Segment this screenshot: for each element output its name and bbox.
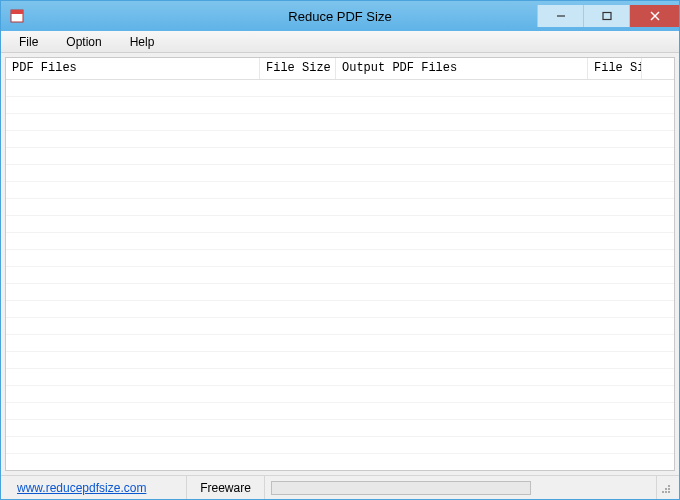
window-controls: [537, 5, 679, 27]
window-title: Reduce PDF Size: [288, 9, 391, 24]
menubar: File Option Help: [1, 31, 679, 53]
table-row: [6, 131, 674, 148]
table-row: [6, 420, 674, 437]
svg-point-9: [662, 491, 664, 493]
svg-point-8: [668, 488, 670, 490]
svg-point-6: [668, 491, 670, 493]
app-icon: [9, 8, 25, 24]
svg-point-7: [665, 491, 667, 493]
column-spacer: [642, 58, 674, 79]
statusbar: www.reducepdfsize.com Freeware: [1, 475, 679, 499]
column-pdf-files[interactable]: PDF Files: [6, 58, 260, 79]
table-row: [6, 250, 674, 267]
svg-rect-3: [603, 13, 611, 20]
progress-bar: [271, 481, 531, 495]
table-row: [6, 284, 674, 301]
table-row: [6, 199, 674, 216]
svg-point-10: [665, 488, 667, 490]
table-row: [6, 216, 674, 233]
table-row: [6, 437, 674, 454]
column-output-pdf-files[interactable]: Output PDF Files: [336, 58, 588, 79]
menu-option[interactable]: Option: [54, 33, 113, 51]
table-row: [6, 148, 674, 165]
svg-point-11: [668, 485, 670, 487]
table-row: [6, 352, 674, 369]
table-row: [6, 454, 674, 470]
menu-help[interactable]: Help: [118, 33, 167, 51]
table-header: PDF Files File Size Output PDF Files Fil…: [6, 58, 674, 80]
table-row: [6, 369, 674, 386]
table-row: [6, 114, 674, 131]
column-file-size[interactable]: File Size: [260, 58, 336, 79]
close-button[interactable]: [629, 5, 679, 27]
table-row: [6, 318, 674, 335]
table-row: [6, 267, 674, 284]
table-row: [6, 80, 674, 97]
titlebar[interactable]: Reduce PDF Size: [1, 1, 679, 31]
table-row: [6, 403, 674, 420]
table-body[interactable]: [6, 80, 674, 470]
table-row: [6, 182, 674, 199]
svg-rect-1: [11, 10, 23, 14]
app-window: Reduce PDF Size File Option Help PDF Fil…: [0, 0, 680, 500]
table-row: [6, 165, 674, 182]
table-row: [6, 301, 674, 318]
table-row: [6, 97, 674, 114]
license-label: Freeware: [187, 476, 265, 499]
website-link[interactable]: www.reducepdfsize.com: [17, 481, 146, 495]
column-output-file-size[interactable]: File Size: [588, 58, 642, 79]
maximize-button[interactable]: [583, 5, 629, 27]
table-row: [6, 335, 674, 352]
content-area: PDF Files File Size Output PDF Files Fil…: [5, 57, 675, 471]
table-row: [6, 386, 674, 403]
status-progress-cell: [265, 476, 657, 499]
status-link-cell: www.reducepdfsize.com: [7, 476, 187, 499]
minimize-button[interactable]: [537, 5, 583, 27]
resize-grip-icon[interactable]: [657, 480, 673, 496]
menu-file[interactable]: File: [7, 33, 50, 51]
table-row: [6, 233, 674, 250]
